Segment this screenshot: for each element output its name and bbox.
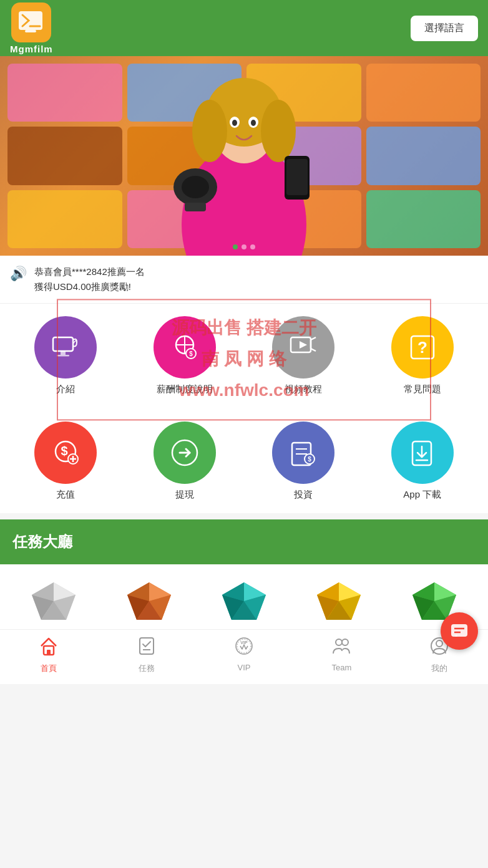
notif-line1: 恭喜會員****2842推薦一名	[34, 264, 145, 279]
svg-point-11	[251, 120, 256, 126]
recharge-label: 充值	[56, 489, 75, 501]
tasks-title: 任務大廳	[12, 533, 72, 550]
action-item-salary[interactable]: $ 薪酬制度說明	[154, 316, 216, 395]
chat-fab[interactable]	[441, 612, 478, 650]
action-item-video[interactable]: 視頻教程	[272, 316, 334, 395]
svg-rect-74	[451, 624, 467, 637]
header: Mgmfilm 選擇語言	[0, 0, 488, 56]
banner-dot	[242, 244, 246, 249]
invest-icon: $	[272, 422, 334, 484]
notification-text: 恭喜會員****2842推薦一名 獲得USD4.00推廣獎勵!	[34, 264, 145, 294]
recharge-icon: $	[34, 422, 97, 484]
logo-text: Mgmfilm	[10, 44, 53, 54]
action-app-download[interactable]: App 下載	[391, 422, 454, 501]
svg-rect-19	[57, 355, 69, 357]
lang-button[interactable]: 選擇語言	[411, 16, 478, 41]
action-recharge[interactable]: $ 充值	[34, 422, 97, 501]
notification-bar: 🔊 恭喜會員****2842推薦一名 獲得USD4.00推廣獎勵!	[0, 256, 488, 304]
diamond-teal	[219, 579, 269, 623]
svg-rect-13	[286, 159, 308, 195]
svg-text:$: $	[189, 350, 193, 357]
withdraw-label: 提現	[175, 489, 194, 501]
tasks-icon	[137, 636, 157, 660]
svg-rect-17	[53, 337, 73, 351]
svg-text:$: $	[308, 456, 311, 463]
svg-marker-24	[300, 341, 307, 349]
svg-point-85	[336, 639, 342, 645]
tv-cell	[7, 127, 122, 185]
svg-rect-16	[185, 203, 206, 211]
diamond-yellow	[314, 579, 364, 623]
svg-point-10	[232, 120, 237, 126]
intro-icon	[34, 316, 97, 379]
faq-icon: ?	[391, 316, 454, 379]
bottom-nav: 首頁 任務 VIP VIP	[0, 629, 488, 684]
quick-actions: 源码出售 搭建二开 南 凤 网 络 www.nfwlc.com 介紹	[0, 304, 488, 415]
svg-text:$: $	[61, 444, 68, 458]
banner	[0, 56, 488, 256]
vip-icon: VIP	[234, 636, 254, 660]
nav-tasks[interactable]: 任務	[97, 636, 195, 674]
banner-dot	[250, 244, 255, 249]
logo-area: Mgmfilm	[10, 2, 53, 54]
nav-vip-label: VIP	[238, 663, 251, 672]
video-icon	[272, 316, 334, 379]
nav-vip[interactable]: VIP VIP	[195, 636, 293, 674]
download-icon	[391, 422, 454, 484]
banner-dots	[233, 244, 255, 249]
nav-team[interactable]: Team	[293, 636, 390, 674]
tasks-section: 任務大廳	[0, 519, 488, 564]
tv-cell	[366, 64, 481, 122]
action-label-video: 視頻教程	[285, 383, 322, 395]
tv-cell	[366, 190, 481, 248]
action-item-faq[interactable]: ? 常見問題	[391, 316, 454, 395]
svg-point-88	[436, 640, 442, 647]
action-withdraw[interactable]: 提現	[154, 422, 216, 501]
svg-rect-1	[25, 30, 36, 32]
action-invest[interactable]: $ 投資	[272, 422, 334, 501]
bottom-row: $ 充值 提現	[6, 422, 482, 501]
withdraw-icon	[154, 422, 216, 484]
svg-rect-18	[61, 351, 66, 355]
logo-icon	[11, 2, 51, 42]
bottom-actions: $ 充值 提現	[0, 415, 488, 513]
diamond-row	[0, 564, 488, 629]
diamond-silver	[29, 579, 79, 623]
app-download-label: App 下載	[403, 489, 441, 501]
svg-point-15	[182, 176, 209, 198]
invest-label: 投資	[294, 489, 313, 501]
tv-cell	[366, 127, 481, 185]
nav-team-label: Team	[332, 663, 352, 672]
nav-home[interactable]: 首頁	[0, 636, 97, 674]
nav-mine-label: 我的	[431, 663, 447, 674]
salary-icon: $	[154, 316, 216, 379]
banner-dot	[233, 244, 238, 249]
action-row: 介紹 $ 薪酬制度說明	[6, 316, 482, 395]
speaker-icon: 🔊	[10, 266, 27, 282]
team-icon	[331, 636, 351, 660]
svg-point-6	[192, 100, 227, 162]
action-label-intro: 介紹	[56, 383, 75, 395]
svg-point-7	[261, 100, 296, 162]
nav-tasks-label: 任務	[139, 663, 155, 674]
svg-text:?: ?	[417, 338, 427, 357]
action-label-faq: 常見問題	[404, 383, 441, 395]
nav-home-label: 首頁	[41, 663, 57, 674]
svg-line-25	[311, 337, 316, 340]
action-item-intro[interactable]: 介紹	[34, 316, 97, 395]
home-icon	[39, 636, 59, 660]
svg-text:VIP: VIP	[240, 640, 248, 645]
notif-line2: 獲得USD4.00推廣獎勵!	[34, 279, 145, 294]
banner-person	[150, 62, 338, 256]
action-label-salary: 薪酬制度說明	[157, 383, 213, 395]
tv-cell	[7, 64, 122, 122]
svg-point-86	[342, 639, 348, 645]
svg-rect-79	[47, 650, 51, 655]
tv-cell	[7, 190, 122, 248]
diamond-orange	[124, 579, 174, 623]
